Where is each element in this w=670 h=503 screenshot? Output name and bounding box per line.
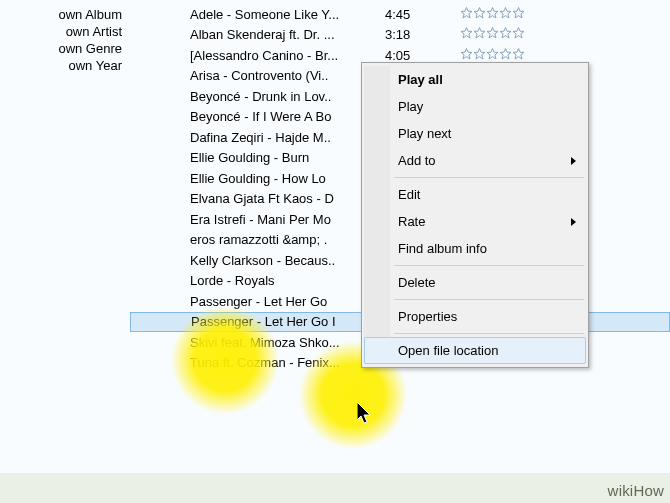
chevron-right-icon [571, 218, 576, 226]
song-title: Elvana Gjata Ft Kaos - D [190, 191, 385, 206]
star-icon [512, 48, 525, 60]
song-title: Ellie Goulding - How Lo [190, 171, 385, 186]
menu-separator [394, 299, 584, 300]
star-icon [499, 7, 512, 19]
star-icon [460, 27, 473, 39]
song-rating[interactable] [460, 48, 525, 63]
menu-item-play-next[interactable]: Play next [364, 120, 586, 147]
song-title: Alban Skenderaj ft. Dr. ... [190, 27, 385, 42]
star-icon [486, 27, 499, 39]
star-icon [473, 7, 486, 19]
star-icon [473, 27, 486, 39]
menu-item-edit[interactable]: Edit [364, 181, 586, 208]
watermark: wikiHow [608, 482, 664, 499]
song-title: Lorde - Royals [190, 273, 385, 288]
menu-item-add-to[interactable]: Add to [364, 147, 586, 174]
song-title: eros ramazzotti &amp; . [190, 232, 385, 247]
menu-separator [394, 333, 584, 334]
sidebar: own Albumown Artistown Genreown Year [0, 0, 130, 503]
sidebar-item[interactable]: own Artist [0, 23, 130, 40]
song-duration: 4:05 [385, 48, 460, 63]
song-title: Kelly Clarkson - Becaus.. [190, 253, 385, 268]
star-icon [486, 7, 499, 19]
context-menu: Play allPlayPlay nextAdd toEditRateFind … [361, 62, 589, 368]
song-row[interactable]: Adele - Someone Like Y...4:45 [130, 4, 670, 25]
menu-separator [394, 265, 584, 266]
menu-separator [394, 177, 584, 178]
chevron-right-icon [571, 157, 576, 165]
song-row[interactable]: Alban Skenderaj ft. Dr. ...3:18 [130, 25, 670, 46]
song-title: Skivi feat. Mimoza Shko... [190, 335, 385, 350]
song-title: Ellie Goulding - Burn [190, 150, 385, 165]
star-icon [512, 7, 525, 19]
star-icon [512, 27, 525, 39]
song-rating[interactable] [460, 27, 525, 42]
menu-item-play-all[interactable]: Play all [364, 66, 586, 93]
star-icon [499, 48, 512, 60]
song-title: Beyoncé - If I Were A Bo [190, 109, 385, 124]
star-icon [473, 48, 486, 60]
star-icon [460, 7, 473, 19]
menu-item-find-album-info[interactable]: Find album info [364, 235, 586, 262]
menu-item-rate[interactable]: Rate [364, 208, 586, 235]
star-icon [460, 48, 473, 60]
watermark-bar [0, 473, 670, 503]
star-icon [499, 27, 512, 39]
song-title: Tuna ft. Cozman - Fenix... [190, 355, 385, 370]
song-title: Era Istrefi - Mani Per Mo [190, 212, 385, 227]
song-title: Passenger - Let Her Go [190, 294, 385, 309]
menu-item-delete[interactable]: Delete [364, 269, 586, 296]
song-title: Dafina Zeqiri - Hajde M.. [190, 130, 385, 145]
menu-item-properties[interactable]: Properties [364, 303, 586, 330]
star-icon [486, 48, 499, 60]
song-title: Adele - Someone Like Y... [190, 7, 385, 22]
song-rating[interactable] [460, 7, 525, 22]
sidebar-item[interactable]: own Year [0, 57, 130, 74]
song-title: Beyoncé - Drunk in Lov.. [190, 89, 385, 104]
song-title: Arisa - Controvento (Vi.. [190, 68, 385, 83]
sidebar-item[interactable]: own Genre [0, 40, 130, 57]
sidebar-item[interactable]: own Album [0, 6, 130, 23]
menu-item-play[interactable]: Play [364, 93, 586, 120]
song-title: Passenger - Let Her Go I [191, 314, 386, 329]
song-title: [Alessandro Canino - Br... [190, 48, 385, 63]
song-duration: 3:18 [385, 27, 460, 42]
menu-item-open-file-location[interactable]: Open file location [364, 337, 586, 364]
song-duration: 4:45 [385, 7, 460, 22]
